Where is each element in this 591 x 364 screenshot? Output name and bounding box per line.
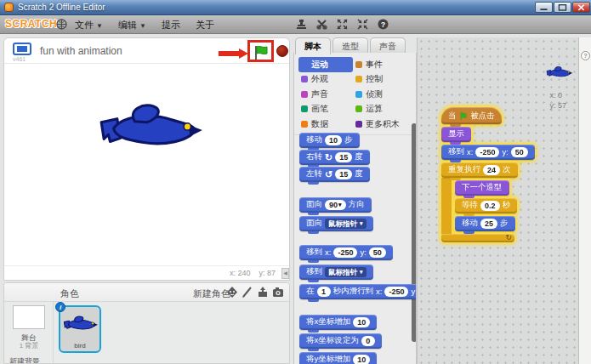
grow-tool-icon[interactable]: [336, 18, 349, 31]
block-label: x:: [325, 247, 331, 257]
block-turn-right[interactable]: 右转↻15度: [299, 150, 370, 165]
block-move-steps[interactable]: 移动25步: [455, 216, 515, 231]
block-label: 将x坐标增加: [306, 316, 350, 327]
help-tool-icon[interactable]: ?: [377, 18, 389, 31]
block-change-y[interactable]: 将y坐标增加10: [299, 352, 377, 364]
number-input[interactable]: 10: [353, 355, 370, 364]
paint-sprite-icon[interactable]: [242, 286, 253, 299]
stage-canvas[interactable]: [4, 65, 289, 265]
block-header[interactable]: 重复执行24次: [441, 162, 518, 178]
sprite-library-icon[interactable]: [226, 286, 238, 299]
number-input[interactable]: 15: [335, 152, 352, 162]
block-change-x[interactable]: 将x坐标增加10: [299, 315, 377, 330]
number-input[interactable]: 50: [511, 147, 528, 157]
block-label: 移动: [306, 134, 322, 145]
block-when-flag-clicked[interactable]: 当⚑被点击: [441, 107, 502, 124]
number-input[interactable]: 25: [480, 219, 497, 229]
tips-menu[interactable]: 提示: [162, 19, 180, 31]
block-label: 显示: [448, 128, 464, 139]
sprite-info-icon[interactable]: i: [55, 302, 65, 312]
delete-tool-icon[interactable]: [315, 18, 328, 31]
sprite-thumbnail-bird[interactable]: i bird: [59, 305, 101, 353]
tab-scripts[interactable]: 脚本: [295, 37, 331, 54]
duplicate-tool-icon[interactable]: [295, 18, 308, 31]
fullscreen-icon[interactable]: [13, 43, 31, 55]
tab-costumes[interactable]: 造型: [332, 37, 368, 54]
number-input[interactable]: -250: [384, 287, 408, 297]
stage-header: v461 fun with animation: [4, 38, 289, 64]
category-sensing[interactable]: 侦测: [353, 87, 414, 102]
mouse-position: x: 240 y: 87: [230, 269, 276, 277]
edit-menu[interactable]: 编辑 ▼: [118, 19, 146, 31]
block-goto-target[interactable]: 移到鼠标指针▾: [299, 264, 373, 280]
block-glide-to-xy[interactable]: 在1秒内滑行到x:-250y:50: [299, 284, 417, 299]
camera-sprite-icon[interactable]: [272, 286, 284, 299]
block-point-direction[interactable]: 面向90▾方向: [299, 197, 372, 213]
block-set-x[interactable]: 将x坐标设定为0: [299, 333, 382, 349]
category-looks[interactable]: 外观: [298, 72, 353, 88]
tab-sounds[interactable]: 声音: [370, 37, 406, 54]
project-title[interactable]: fun with animation: [40, 45, 122, 57]
category-control[interactable]: 控制: [353, 72, 414, 88]
number-input[interactable]: 1: [317, 287, 331, 297]
green-flag-button[interactable]: [253, 45, 269, 60]
category-operators[interactable]: 运算: [353, 102, 414, 117]
shrink-tool-icon[interactable]: [356, 18, 369, 31]
block-label: 移到: [306, 247, 322, 258]
number-input[interactable]: 15: [335, 169, 352, 179]
block-turn-left[interactable]: 左转↺15度: [299, 167, 370, 182]
block-point-towards[interactable]: 面向鼠标指针▾: [299, 216, 373, 231]
block-goto-xy[interactable]: 移到x:-250y:50: [299, 245, 393, 260]
file-menu[interactable]: 文件 ▼: [75, 19, 103, 31]
block-next-costume[interactable]: 下一个造型: [455, 180, 509, 196]
new-backdrop-label: 新建背景: [9, 356, 40, 364]
category-color-chip: [301, 105, 308, 112]
bird-sprite[interactable]: [98, 99, 205, 158]
number-input[interactable]: 0.2: [480, 201, 500, 211]
sprites-header-label: 角色: [60, 287, 79, 300]
stage-collapse-handle[interactable]: ◀: [281, 268, 289, 279]
about-menu[interactable]: 关于: [196, 19, 214, 31]
number-input[interactable]: 50: [369, 247, 386, 258]
number-input[interactable]: 10: [353, 317, 370, 327]
category-data[interactable]: 数据: [298, 117, 353, 132]
stop-button[interactable]: [276, 45, 288, 57]
block-label: 移到: [448, 146, 464, 157]
category-sound[interactable]: 声音: [298, 87, 353, 102]
number-input[interactable]: -250: [475, 147, 499, 157]
scratch-editor-window: Scratch 2 Offline Editor SCRATCH 文件 ▼编辑 …: [0, 0, 591, 364]
category-more-blocks[interactable]: 更多积木: [353, 117, 414, 132]
category-color-chip: [355, 91, 362, 98]
category-label: 数据: [311, 118, 328, 130]
block-repeat[interactable]: 重复执行24次下一个造型等待0.2秒移动25步↻: [441, 162, 518, 242]
language-globe-icon[interactable]: [56, 19, 67, 30]
stage-thumbnail[interactable]: [13, 305, 45, 329]
option-dropdown[interactable]: 鼠标指针▾: [325, 267, 367, 277]
maximize-button[interactable]: [554, 2, 571, 13]
scripts-area[interactable]: x: 0 y: 57 当⚑被点击显示移到x:-250y:50重复执行24次下一个…: [417, 37, 578, 364]
category-label: 控制: [366, 73, 383, 85]
category-motion[interactable]: 运动: [298, 57, 353, 72]
minimize-button[interactable]: [535, 2, 553, 13]
number-input[interactable]: 24: [483, 165, 500, 175]
help-sidebar[interactable]: ?: [578, 37, 591, 364]
block-wait-secs[interactable]: 等待0.2秒: [455, 198, 517, 213]
loop-arrow-icon: ↻: [505, 233, 512, 242]
block-show[interactable]: 显示: [441, 127, 471, 142]
number-input[interactable]: 10: [325, 135, 342, 145]
help-icon[interactable]: ?: [581, 51, 590, 60]
category-events[interactable]: 事件: [353, 57, 414, 72]
category-label: 运算: [366, 103, 383, 115]
block-move-steps[interactable]: 移动10步: [299, 133, 360, 148]
block-goto-xy[interactable]: 移到x:-250y:50: [441, 145, 535, 160]
number-input[interactable]: -250: [333, 247, 357, 258]
option-dropdown[interactable]: 鼠标指针▾: [325, 219, 367, 229]
turn-cw-icon: ↻: [325, 153, 332, 162]
number-input[interactable]: 0: [361, 336, 375, 346]
upload-sprite-icon[interactable]: [257, 286, 269, 299]
number-dropdown[interactable]: 90▾: [325, 200, 346, 210]
block-label: 方向: [349, 199, 365, 210]
category-pen[interactable]: 画笔: [298, 102, 353, 117]
close-button[interactable]: [572, 2, 590, 13]
block-label: 移动: [462, 218, 478, 229]
